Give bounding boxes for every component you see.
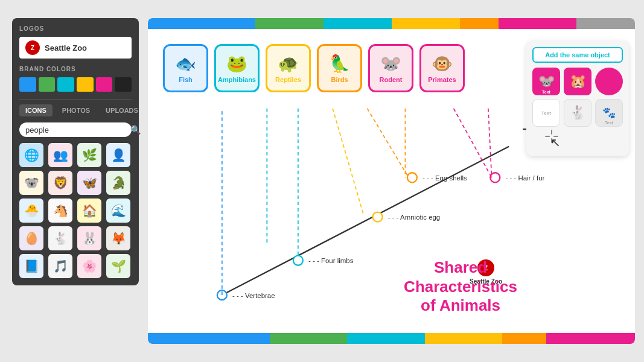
icon-cell[interactable]: 🐰 <box>77 226 101 250</box>
animal-box-birds[interactable]: 🦜 Birds <box>317 44 362 92</box>
logo-name: Seattle Zoo <box>45 43 87 52</box>
swatch-blue[interactable] <box>19 77 36 92</box>
svg-point-10 <box>373 212 383 222</box>
add-same-object-button[interactable]: Add the same object <box>532 47 623 63</box>
title-text: Shared Characteristics of Animals <box>404 258 517 315</box>
svg-line-20 <box>454 109 492 178</box>
bar-pink <box>499 18 576 29</box>
animal-box-amphibians[interactable]: 🐸 Amphibians <box>214 44 260 92</box>
object-cell-2[interactable]: 🐹 <box>564 68 591 95</box>
brand-colors-label: BRAND COLORS <box>19 66 132 72</box>
bottom-bar-green <box>270 333 347 344</box>
icon-cell[interactable]: 🦁 <box>48 171 72 195</box>
tab-uploads[interactable]: UPLOADS <box>100 104 144 116</box>
swatch-cyan[interactable] <box>57 77 74 92</box>
cell-icon-2: 🐹 <box>570 74 586 89</box>
bottom-bar-blue <box>148 333 270 344</box>
color-swatches <box>19 77 132 92</box>
primates-label: Primates <box>428 76 456 83</box>
add-object-panel: Add the same object 🐭 Text 🐹 Text <box>526 41 629 156</box>
search-input[interactable] <box>25 125 127 135</box>
bottom-bar-yellow <box>425 333 502 344</box>
cursor-icon: ↖ <box>550 135 561 150</box>
svg-text:Z: Z <box>31 45 34 51</box>
svg-text:- - - Four limbs: - - - Four limbs <box>308 257 354 264</box>
cell-label-6: Text <box>605 121 613 125</box>
svg-line-21 <box>488 109 492 178</box>
object-cell-circle[interactable] <box>595 68 623 95</box>
svg-text:- - - Egg shells: - - - Egg shells <box>422 174 467 182</box>
divider <box>19 99 132 100</box>
svg-point-14 <box>490 173 500 182</box>
object-cell-6[interactable]: 🐾 Text <box>595 99 623 127</box>
primates-icon: 🐵 <box>432 54 453 74</box>
left-panel: LOGOS Z Seattle Zoo BRAND COLORS ICONS P… <box>12 18 139 285</box>
rodent-icon: 🐭 <box>380 54 401 74</box>
main-title: Shared Characteristics of Animals <box>404 258 517 315</box>
birds-label: Birds <box>331 76 348 83</box>
cursor-area: ↖ <box>532 129 623 150</box>
rodent-label: Rodent <box>380 76 403 83</box>
icon-cell[interactable]: 👥 <box>48 143 72 167</box>
svg-line-18 <box>367 109 409 178</box>
icon-cell[interactable]: 🦊 <box>106 226 130 250</box>
icon-cell[interactable]: 🐣 <box>19 198 43 223</box>
swatch-yellow[interactable] <box>77 77 94 92</box>
icon-cell[interactable]: 🌊 <box>106 198 130 223</box>
logos-label: LOGOS <box>19 25 132 32</box>
animal-box-rodent[interactable]: 🐭 Rodent <box>368 44 413 92</box>
bottom-bar-orange <box>502 333 546 344</box>
bottom-bar <box>148 333 635 344</box>
birds-icon: 🦜 <box>329 54 350 74</box>
svg-point-4 <box>217 290 227 300</box>
swatch-pink[interactable] <box>96 77 113 92</box>
icon-cell[interactable]: 🐇 <box>48 226 72 250</box>
bar-yellow <box>392 18 460 29</box>
search-icon: 🔍 <box>130 125 141 135</box>
icon-cell[interactable]: 🦋 <box>77 171 101 195</box>
amphibians-label: Amphibians <box>218 76 256 83</box>
icon-cell[interactable]: 🌿 <box>77 143 101 167</box>
object-cell-4[interactable]: Text <box>532 99 560 127</box>
fish-icon: 🐟 <box>175 54 196 74</box>
reptiles-label: Reptiles <box>275 76 301 83</box>
object-grid: 🐭 Text 🐹 Text 🐇 🐾 <box>532 68 623 127</box>
svg-point-12 <box>407 173 417 182</box>
swatch-green[interactable] <box>39 77 56 92</box>
icon-cell[interactable]: 👤 <box>106 143 130 167</box>
animal-box-primates[interactable]: 🐵 Primates <box>419 44 465 92</box>
icon-cell[interactable]: 🥚 <box>19 226 43 250</box>
icon-cell[interactable]: 🐊 <box>106 171 130 195</box>
bar-cyan <box>324 18 392 29</box>
animal-box-fish[interactable]: 🐟 Fish <box>163 44 208 92</box>
brand-colors-section: BRAND COLORS <box>19 66 132 92</box>
swatch-black[interactable] <box>115 77 132 92</box>
object-cell-1[interactable]: 🐭 Text <box>532 68 560 95</box>
icon-cell[interactable]: 🌱 <box>106 254 130 278</box>
svg-text:- - - Hair / fur: - - - Hair / fur <box>506 174 545 182</box>
cell-label-1: Text <box>542 90 550 94</box>
logos-section: LOGOS Z Seattle Zoo <box>19 25 132 59</box>
icon-cell[interactable]: 🌸 <box>77 254 101 278</box>
reptiles-icon: 🐢 <box>278 54 299 74</box>
icon-cell[interactable]: 🏠 <box>77 198 101 223</box>
search-bar: 🔍 <box>19 122 132 137</box>
bottom-bar-cyan <box>347 333 424 344</box>
icon-cell[interactable]: 📘 <box>19 254 43 278</box>
svg-line-17 <box>333 109 364 216</box>
tab-icons[interactable]: ICONS <box>19 104 53 116</box>
icon-cell[interactable]: 🎵 <box>48 254 72 278</box>
bottom-bar-pink <box>546 333 635 344</box>
icon-cell[interactable]: 🐴 <box>48 198 72 223</box>
animal-box-reptiles[interactable]: 🐢 Reptiles <box>266 44 311 92</box>
fish-label: Fish <box>179 76 193 83</box>
icons-grid: 🌐 👥 🌿 👤 🐨 🦁 🦋 🐊 🐣 🐴 🏠 🌊 🥚 🐇 🐰 🦊 📘 🎵 🌸 🌱 <box>19 143 132 278</box>
object-cell-5[interactable]: 🐇 <box>564 99 591 127</box>
bar-gray <box>576 18 635 29</box>
canvas-content: 🐟 Fish 🐸 Amphibians 🐢 Reptiles 🦜 Birds 🐭… <box>148 29 635 333</box>
icon-cell[interactable]: 🐨 <box>19 171 43 195</box>
cell-icon-6: 🐾 <box>602 106 616 119</box>
tab-photos[interactable]: PHOTOS <box>56 104 96 116</box>
top-bar <box>148 18 635 29</box>
icon-cell[interactable]: 🌐 <box>19 143 43 167</box>
